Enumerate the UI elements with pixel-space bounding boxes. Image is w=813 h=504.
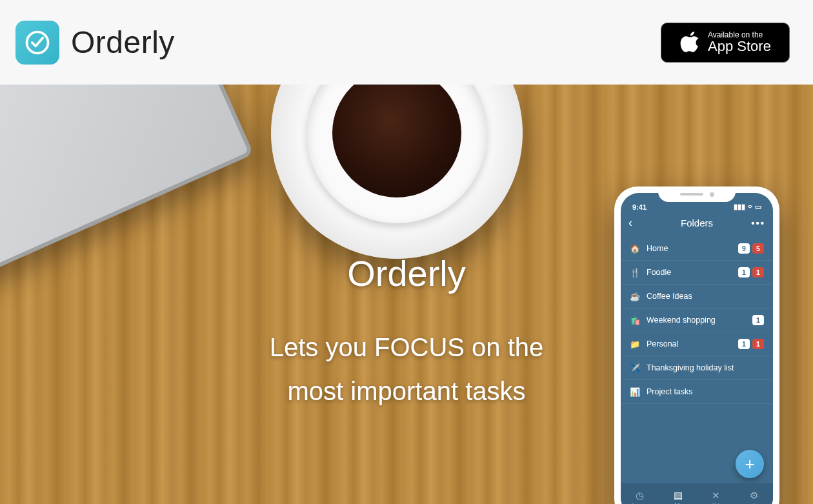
back-icon[interactable]: ‹ bbox=[628, 216, 632, 230]
folder-icon: 🍴 bbox=[630, 267, 640, 277]
folder-badges: 11 bbox=[738, 267, 764, 277]
signal-icon: ▮▮▮ bbox=[734, 203, 745, 211]
badge-count: 1 bbox=[738, 339, 750, 349]
coffee-liquid bbox=[332, 85, 461, 197]
folder-row[interactable]: 📊 Project tasks bbox=[621, 380, 773, 404]
folder-name: Foodie bbox=[647, 268, 671, 277]
folder-name: Personal bbox=[647, 339, 678, 348]
tab-settings[interactable]: ⚙ Settings bbox=[735, 483, 773, 504]
app-store-text: Available on the App Store bbox=[708, 31, 771, 54]
folder-row[interactable]: 🍴 Foodie 11 bbox=[621, 261, 773, 285]
folder-icon: 📁 bbox=[630, 339, 640, 349]
nav-title: Folders bbox=[681, 217, 713, 228]
wifi-icon: ⌔ bbox=[748, 203, 752, 211]
folder-list: 🏠 Home 95 🍴 Foodie 11 ☕ Coffee Ideas 🛍️ … bbox=[621, 233, 773, 408]
brand: Orderly bbox=[15, 21, 175, 65]
folder-name: Home bbox=[647, 244, 668, 253]
hero-tagline-line1: Lets you FOCUS on the bbox=[270, 333, 544, 361]
badge-count: 1 bbox=[752, 315, 764, 325]
folder-name: Project tasks bbox=[647, 387, 693, 396]
folder-badges: 95 bbox=[738, 243, 764, 254]
folder-name: Thanksgiving holiday list bbox=[647, 363, 734, 372]
battery-icon: ▭ bbox=[755, 203, 761, 211]
folder-icon: ☕ bbox=[630, 291, 640, 301]
badge-count: 1 bbox=[738, 267, 750, 277]
tab-icon: ✕ bbox=[712, 490, 720, 501]
phone-notch bbox=[658, 186, 736, 202]
brand-name: Orderly bbox=[71, 25, 175, 60]
hero-tagline-line2: most important tasks bbox=[287, 377, 525, 405]
badge-count: 9 bbox=[738, 243, 750, 254]
tab-icon: ▤ bbox=[674, 490, 683, 501]
phone-navbar: ‹ Folders ••• bbox=[621, 212, 773, 233]
folder-row[interactable]: ✈️ Thanksgiving holiday list bbox=[621, 356, 773, 380]
folder-row[interactable]: 📁 Personal 11 bbox=[621, 332, 773, 356]
more-icon[interactable]: ••• bbox=[751, 217, 765, 228]
folder-icon: 🛍️ bbox=[630, 315, 640, 325]
folder-icon: ✈️ bbox=[630, 363, 640, 373]
add-button[interactable]: + bbox=[736, 450, 764, 478]
apple-icon bbox=[679, 30, 701, 55]
folder-name: Coffee Ideas bbox=[647, 292, 692, 301]
folder-row[interactable]: 🏠 Home 95 bbox=[621, 237, 773, 261]
tab-icon: ◷ bbox=[636, 490, 644, 501]
hero-section: Orderly Lets you FOCUS on the most impor… bbox=[0, 85, 813, 504]
folder-row[interactable]: ☕ Coffee Ideas bbox=[621, 285, 773, 308]
brand-logo-icon bbox=[15, 21, 59, 65]
folder-badges: 11 bbox=[738, 339, 764, 349]
status-time: 9:41 bbox=[632, 203, 647, 211]
folder-badges: 1 bbox=[752, 315, 764, 325]
coffee-saucer bbox=[271, 85, 523, 259]
folder-row[interactable]: 🛍️ Weekend shopping 1 bbox=[621, 308, 773, 332]
folder-icon: 📊 bbox=[630, 387, 640, 397]
folder-icon: 🏠 bbox=[630, 243, 640, 254]
tab-icon: ⚙ bbox=[750, 490, 758, 501]
badge-alert: 1 bbox=[752, 267, 764, 277]
phone-tabbar: ◷ Today Items▤ Folders✕ Utilities⚙ Setti… bbox=[621, 483, 773, 504]
tab-folders[interactable]: ▤ Folders bbox=[659, 483, 697, 504]
coffee-cup bbox=[306, 85, 487, 223]
phone-mockup: 9:41 ▮▮▮ ⌔ ▭ ‹ Folders ••• 🏠 Home 95 🍴 F… bbox=[614, 186, 779, 504]
tab-utilities[interactable]: ✕ Utilities bbox=[697, 483, 735, 504]
site-header: Orderly Available on the App Store bbox=[0, 0, 813, 85]
app-store-button[interactable]: Available on the App Store bbox=[661, 23, 790, 63]
badge-alert: 1 bbox=[752, 339, 764, 349]
status-indicators: ▮▮▮ ⌔ ▭ bbox=[734, 203, 761, 211]
app-store-line2: App Store bbox=[708, 39, 771, 54]
folder-name: Weekend shopping bbox=[647, 316, 716, 325]
badge-alert: 5 bbox=[752, 243, 764, 254]
phone-screen: 9:41 ▮▮▮ ⌔ ▭ ‹ Folders ••• 🏠 Home 95 🍴 F… bbox=[621, 193, 773, 504]
tab-today-items[interactable]: ◷ Today Items bbox=[621, 483, 659, 504]
